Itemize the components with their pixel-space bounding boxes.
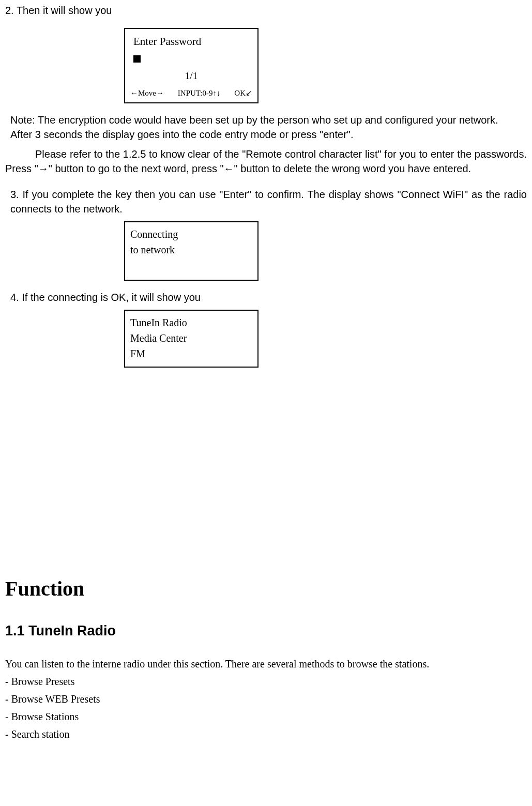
step4-text: 4. If the connecting is OK, it will show… (10, 290, 527, 305)
hint-move: ←Move→ (130, 87, 164, 99)
password-hints-row: ←Move→ INPUT:0-9↑↓ OK↙ (130, 87, 252, 99)
hint-ok: OK↙ (234, 87, 252, 99)
list-browse-presets: - Browse Presets (5, 674, 527, 689)
connecting-line1: Connecting (130, 226, 252, 242)
tunein-description: You can listen to the interne radio unde… (5, 657, 527, 671)
tunein-section: You can listen to the interne radio unde… (5, 657, 527, 741)
menu-item-media-center: Media Center (130, 330, 252, 346)
function-heading: Function (5, 574, 527, 603)
connecting-line2: to network (130, 242, 252, 257)
step3-text: 3. If you complete the key then you can … (10, 187, 527, 216)
password-entry-display: Enter Password 1/1 ←Move→ INPUT:0-9↑↓ OK… (124, 28, 259, 103)
tunein-subheading: 1.1 TuneIn Radio (5, 621, 527, 641)
list-search-station: - Search station (5, 727, 527, 741)
menu-item-fm: FM (130, 346, 252, 361)
note-line1: Note: The encryption code would have bee… (10, 113, 527, 127)
instruction-paragraph: Please refer to the 1.2.5 to know clear … (5, 147, 527, 176)
hint-input: INPUT:0-9↑↓ (178, 87, 221, 99)
step2-intro: 2. Then it will show you (5, 3, 527, 18)
menu-display: TuneIn Radio Media Center FM (124, 310, 259, 368)
connecting-display: Connecting to network (124, 221, 259, 281)
note-block: Note: The encryption code would have bee… (10, 113, 527, 142)
list-browse-web-presets: - Browse WEB Presets (5, 692, 527, 706)
note-line2: After 3 seconds the display goes into th… (10, 127, 527, 142)
menu-item-tunein: TuneIn Radio (130, 315, 252, 330)
password-count: 1/1 (130, 68, 252, 84)
password-cursor-icon (133, 55, 141, 63)
list-browse-stations: - Browse Stations (5, 709, 527, 724)
instruction-text: Please refer to the 1.2.5 to know clear … (5, 148, 527, 174)
password-title: Enter Password (133, 33, 252, 51)
